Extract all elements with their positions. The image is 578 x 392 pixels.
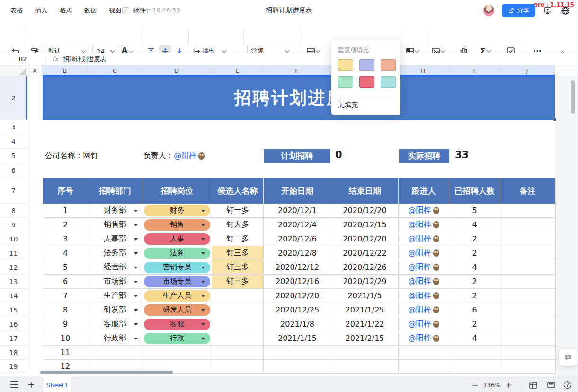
row-header-17[interactable]: 17	[0, 331, 27, 346]
row-header-8[interactable]: 8	[0, 204, 27, 218]
menu-item-format[interactable]: 格式	[60, 6, 72, 15]
row-header-4[interactable]: 4	[0, 134, 27, 149]
cell-hired[interactable]: 4	[449, 260, 500, 275]
menu-item-table[interactable]: 表格	[10, 6, 23, 15]
dropdown-arrow-icon[interactable]	[201, 238, 205, 241]
cell-follower[interactable]	[399, 346, 449, 360]
cell-role[interactable]: 营销专员	[142, 260, 212, 275]
row-header-16[interactable]: 16	[0, 317, 27, 331]
cell-dept[interactable]: 生产部	[88, 289, 142, 303]
cell-start-date[interactable]: 2021/1/15	[264, 331, 331, 346]
cell-role[interactable]: 行政	[142, 331, 212, 346]
cell-end-date[interactable]: 2020/12/26	[331, 260, 399, 275]
dropdown-arrow-icon[interactable]	[201, 295, 205, 297]
cell-follower[interactable]: @阳梓	[399, 260, 449, 275]
cell-candidate[interactable]	[212, 360, 264, 373]
row-header-5[interactable]: 5	[0, 149, 27, 163]
share-button[interactable]: 分享	[502, 4, 535, 17]
row-header-18[interactable]: 18	[0, 346, 27, 360]
role-pill[interactable]: 生产人员	[144, 290, 210, 302]
table-header-7[interactable]: 跟进人	[399, 178, 449, 204]
globe-icon[interactable]	[560, 5, 570, 16]
cell-end-date[interactable]: 2020/12/29	[331, 275, 399, 289]
cell-follower[interactable]: @阳梓	[399, 275, 449, 289]
cell-note[interactable]	[500, 232, 555, 246]
cell-end-date[interactable]	[331, 360, 399, 373]
follower-mention-link[interactable]: @阳梓	[409, 205, 431, 215]
table-header-9[interactable]: 备注	[500, 178, 555, 204]
zoom-out-button[interactable]: −	[471, 381, 478, 389]
cell-start-date[interactable]: 2020/12/6	[264, 232, 331, 246]
cell-note[interactable]	[500, 218, 555, 232]
table-header-8[interactable]: 已招聘人数	[449, 178, 500, 204]
menu-item-view[interactable]: 视图	[109, 6, 121, 15]
grid-view-icon[interactable]	[528, 380, 538, 390]
row-header-7[interactable]: 7	[0, 178, 27, 204]
cell-start-date[interactable]: 2020/12/4	[264, 218, 331, 232]
cell-follower[interactable]: @阳梓	[399, 317, 449, 331]
role-pill[interactable]: 市场专员	[144, 276, 210, 287]
cell-no[interactable]: 10	[43, 331, 88, 346]
cell-reference-box[interactable]: B2	[0, 55, 45, 62]
cell-note[interactable]	[500, 289, 555, 303]
role-pill[interactable]: 销售	[144, 219, 210, 231]
cell-dept[interactable]: 市场部	[88, 275, 142, 289]
cell-dept[interactable]: 客服部	[88, 317, 142, 331]
fill-swatch-periwinkle[interactable]	[359, 59, 374, 71]
cell-hired[interactable]: 2	[449, 289, 500, 303]
owner-cell[interactable]: 负责人：@阳梓	[143, 149, 205, 163]
cell-end-date[interactable]: 2020/12/22	[331, 246, 399, 260]
row-header-15[interactable]: 15	[0, 303, 27, 317]
cell-hired[interactable]: 2	[449, 275, 500, 289]
dropdown-arrow-icon[interactable]	[134, 224, 138, 226]
cell-hired[interactable]: 4	[449, 218, 500, 232]
cell-role[interactable]: 财务	[142, 204, 212, 218]
cell-end-date[interactable]: 2021/1/22	[331, 317, 399, 331]
table-header-2[interactable]: 招聘部门	[88, 178, 142, 204]
row-header-10[interactable]: 10	[0, 232, 27, 246]
follower-mention-link[interactable]: @阳梓	[409, 333, 431, 343]
cell-follower[interactable]: @阳梓	[399, 232, 449, 246]
cell-follower[interactable]: @阳梓	[399, 246, 449, 260]
cell-end-date[interactable]: 2021/2/15	[331, 331, 399, 346]
present-icon[interactable]	[542, 5, 553, 16]
cell-start-date[interactable]: 2020/12/1	[264, 204, 331, 218]
planned-recruit-label-cell[interactable]: 计划招聘	[264, 149, 330, 163]
company-name-cell[interactable]: 公司名称：网钉	[45, 149, 98, 163]
row-header-6[interactable]: 6	[0, 163, 27, 178]
help-icon[interactable]: ?	[564, 381, 571, 389]
cell-dept[interactable]: 人事部	[88, 232, 142, 246]
cell-start-date[interactable]	[264, 346, 331, 360]
dropdown-arrow-icon[interactable]	[201, 210, 205, 212]
dropdown-arrow-icon[interactable]	[134, 281, 138, 283]
cell-candidate[interactable]: 钉三多	[212, 246, 264, 260]
row-header-12[interactable]: 12	[0, 260, 27, 275]
sheet-list-icon[interactable]	[10, 381, 18, 388]
cell-candidate[interactable]: 钉三多	[212, 260, 264, 275]
cell-dept[interactable]: 经营部	[88, 260, 142, 275]
cell-candidate[interactable]: 钉三多	[212, 275, 264, 289]
cell-role[interactable]: 人事	[142, 232, 212, 246]
cell-follower[interactable]	[399, 360, 449, 373]
cell-candidate[interactable]	[212, 289, 264, 303]
cell-start-date[interactable]	[264, 360, 331, 373]
cell-note[interactable]	[500, 246, 555, 260]
fill-swatch-green[interactable]	[338, 76, 353, 88]
column-header-E[interactable]: E	[212, 65, 263, 76]
cell-dept[interactable]: 研发部	[88, 303, 142, 317]
cell-dept[interactable]: 销售部	[88, 218, 142, 232]
cell-end-date[interactable]: 2020/12/20	[331, 204, 399, 218]
cell-candidate[interactable]	[212, 331, 264, 346]
cell-follower[interactable]: @阳梓	[399, 204, 449, 218]
cell-candidate[interactable]: 钉大多	[212, 218, 264, 232]
follower-mention-link[interactable]: @阳梓	[409, 319, 431, 329]
follower-mention-link[interactable]: @阳梓	[409, 291, 431, 301]
dropdown-arrow-icon[interactable]	[134, 323, 138, 326]
chat-fab[interactable]	[559, 349, 578, 366]
column-header-F[interactable]: F	[263, 65, 331, 76]
dropdown-arrow-icon[interactable]	[201, 224, 205, 226]
dropdown-arrow-icon[interactable]	[201, 267, 205, 269]
fill-swatch-red[interactable]	[359, 76, 374, 88]
cell-no[interactable]: 2	[43, 218, 88, 232]
table-header-3[interactable]: 招聘岗位	[142, 178, 212, 204]
